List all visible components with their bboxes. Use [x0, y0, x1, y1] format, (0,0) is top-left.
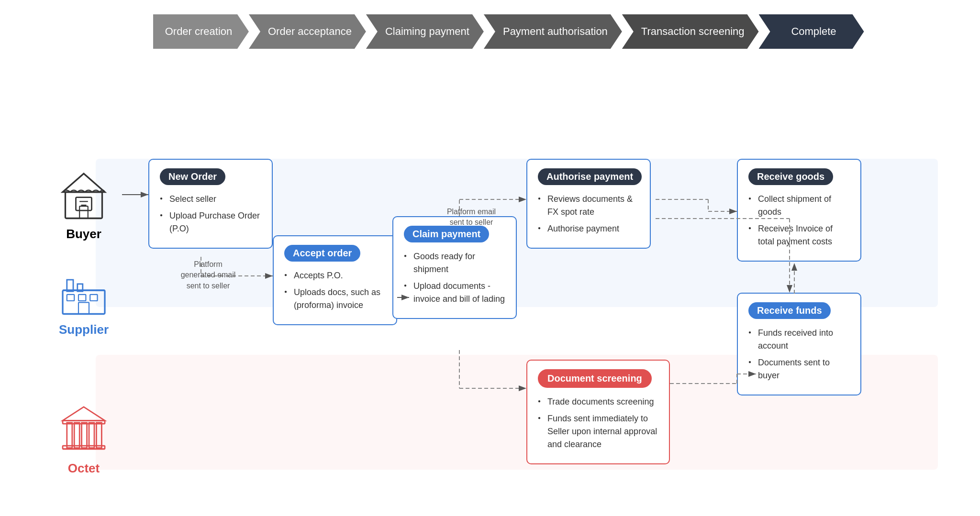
svg-rect-3 — [76, 198, 92, 211]
claim-payment-item-1: Goods ready for shipment — [404, 250, 505, 276]
main-container: Order creation Order acceptance Claiming… — [0, 0, 980, 516]
accept-order-title: Accept order — [284, 245, 360, 262]
step-order-creation: Order creation — [153, 14, 249, 49]
svg-rect-12 — [78, 295, 86, 301]
authorise-payment-list: Reviews documents & FX spot rate Authori… — [538, 193, 639, 235]
octet-icon — [57, 403, 110, 455]
authorise-payment-item-2: Authorise payment — [538, 222, 639, 235]
svg-rect-17 — [82, 423, 87, 448]
receive-goods-list: Collect shipment of goods Receives Invoi… — [748, 193, 850, 248]
svg-rect-11 — [67, 295, 74, 301]
claim-payment-list: Goods ready for shipment Upload document… — [404, 250, 505, 306]
receive-funds-list: Funds received into account Documents se… — [748, 327, 850, 382]
accept-order-item-1: Accepts P.O. — [284, 269, 386, 282]
supplier-label: Supplier — [59, 322, 109, 337]
card-new-order: New Order Select seller Upload Purchase … — [148, 159, 273, 249]
svg-marker-22 — [63, 407, 105, 421]
doc-screening-item-1: Trade documents screening — [538, 395, 658, 408]
receive-funds-item-2: Documents sent to buyer — [748, 356, 850, 382]
new-order-item-2: Upload Purchase Order (P.O) — [160, 209, 261, 235]
doc-screening-list: Trade documents screening Funds sent imm… — [538, 395, 658, 451]
card-doc-screening: Document screening Trade documents scree… — [526, 360, 670, 464]
step-order-acceptance: Order acceptance — [249, 14, 366, 49]
svg-rect-18 — [89, 423, 94, 448]
progress-bar: Order creation Order acceptance Claiming… — [153, 14, 871, 49]
receive-goods-item-2: Receives Invoice of total payment costs — [748, 222, 850, 248]
card-receive-funds: Receive funds Funds received into accoun… — [737, 293, 861, 395]
step-complete: Complete — [759, 14, 864, 49]
step-transaction-screening: Transaction screening — [622, 14, 759, 49]
connector-label-platform-email-seller: Platform email sent to seller — [440, 207, 502, 228]
svg-rect-15 — [67, 423, 72, 448]
step-claiming-payment: Claiming payment — [366, 14, 484, 49]
supplier-icon — [57, 264, 110, 317]
accept-order-list: Accepts P.O. Uploads docs, such as (prof… — [284, 269, 386, 312]
claim-payment-item-2: Upload documents - invoice and bill of l… — [404, 280, 505, 306]
octet-label: Octet — [68, 461, 100, 476]
card-receive-goods: Receive goods Collect shipment of goods … — [737, 159, 861, 262]
receive-goods-title: Receive goods — [748, 168, 833, 185]
receive-goods-item-1: Collect shipment of goods — [748, 193, 850, 219]
svg-rect-14 — [78, 302, 89, 314]
connector-label-platform-email: Platform generated email sent to seller — [177, 259, 239, 291]
card-authorise-payment: Authorise payment Reviews documents & FX… — [526, 159, 651, 249]
new-order-list: Select seller Upload Purchase Order (P.O… — [160, 193, 261, 235]
receive-funds-item-1: Funds received into account — [748, 327, 850, 352]
svg-marker-1 — [63, 174, 105, 192]
new-order-item-1: Select seller — [160, 193, 261, 206]
step-payment-authorisation: Payment authorisation — [484, 14, 622, 49]
authorise-payment-item-1: Reviews documents & FX spot rate — [538, 193, 639, 219]
buyer-label: Buyer — [66, 227, 101, 242]
actor-octet: Octet — [57, 403, 110, 476]
authorise-payment-title: Authorise payment — [538, 168, 642, 185]
receive-funds-title: Receive funds — [748, 302, 831, 319]
accept-order-item-2: Uploads docs, such as (proforma) invoice — [284, 286, 386, 312]
buyer-icon — [57, 168, 110, 221]
doc-screening-title: Document screening — [538, 369, 652, 388]
actor-buyer: Buyer — [57, 168, 110, 242]
svg-rect-16 — [74, 423, 79, 448]
diagram: Buyer Supplier — [48, 77, 938, 494]
new-order-title: New Order — [160, 168, 225, 185]
actor-supplier: Supplier — [57, 264, 110, 337]
svg-rect-19 — [96, 423, 101, 448]
doc-screening-item-2: Funds sent immediately to Seller upon in… — [538, 412, 658, 451]
svg-rect-6 — [79, 206, 88, 218]
claim-payment-title: Claim payment — [404, 226, 489, 242]
card-accept-order: Accept order Accepts P.O. Uploads docs, … — [273, 235, 397, 325]
svg-rect-13 — [90, 295, 97, 301]
card-claim-payment: Claim payment Goods ready for shipment U… — [392, 216, 517, 319]
